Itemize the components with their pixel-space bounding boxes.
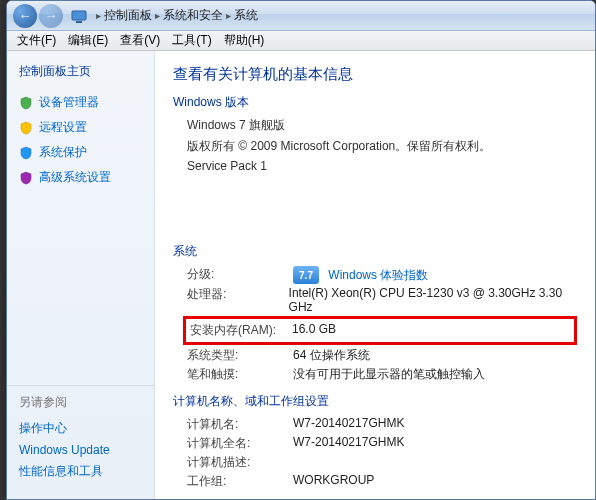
see-also-performance[interactable]: 性能信息和工具 xyxy=(19,460,142,483)
menu-file[interactable]: 文件(F) xyxy=(11,30,62,51)
sidebar-item-label: 系统保护 xyxy=(39,144,87,161)
computer-icon xyxy=(71,8,87,24)
sidebar-item-label: 设备管理器 xyxy=(39,94,99,111)
row-system-type: 系统类型: 64 位操作系统 xyxy=(187,347,577,364)
window-body: 控制面板主页 设备管理器 远程设置 系统保护 高级系统设置 另请参阅 操作中心 … xyxy=(7,51,595,499)
menu-view[interactable]: 查看(V) xyxy=(114,30,166,51)
workgroup-value: WORKGROUP xyxy=(293,473,374,490)
row-computer-desc: 计算机描述: xyxy=(187,454,577,471)
computer-fullname-value: W7-20140217GHMK xyxy=(293,435,404,452)
computer-name-label: 计算机名: xyxy=(187,416,293,433)
row-processor: 处理器: Intel(R) Xeon(R) CPU E3-1230 v3 @ 3… xyxy=(187,286,577,314)
sidebar: 控制面板主页 设备管理器 远程设置 系统保护 高级系统设置 另请参阅 操作中心 … xyxy=(7,51,155,499)
arrow-right-icon: → xyxy=(45,8,58,23)
sidebar-item-device-manager[interactable]: 设备管理器 xyxy=(7,90,154,115)
titlebar: ← → ▸ 控制面板 ▸ 系统和安全 ▸ 系统 xyxy=(7,1,595,31)
sidebar-see-also: 另请参阅 操作中心 Windows Update 性能信息和工具 xyxy=(7,385,154,491)
processor-label: 处理器: xyxy=(187,286,289,314)
shield-icon xyxy=(19,121,33,135)
see-also-label: 另请参阅 xyxy=(19,394,142,411)
breadcrumb-system[interactable]: 系统 xyxy=(234,7,258,24)
page-title: 查看有关计算机的基本信息 xyxy=(173,65,577,84)
row-computer-fullname: 计算机全名: W7-20140217GHMK xyxy=(187,435,577,452)
nav-forward-button[interactable]: → xyxy=(39,4,63,28)
breadcrumb-control-panel[interactable]: 控制面板 xyxy=(104,7,152,24)
sidebar-item-remote-settings[interactable]: 远程设置 xyxy=(7,115,154,140)
system-type-value: 64 位操作系统 xyxy=(293,347,370,364)
menu-help[interactable]: 帮助(H) xyxy=(218,30,271,51)
shield-icon xyxy=(19,146,33,160)
edition-value: Windows 7 旗舰版 xyxy=(187,117,577,134)
row-rating: 分级: 7.7 Windows 体验指数 xyxy=(187,266,577,284)
pen-touch-label: 笔和触摸: xyxy=(187,366,293,383)
shield-icon xyxy=(19,96,33,110)
processor-value: Intel(R) Xeon(R) CPU E3-1230 v3 @ 3.30GH… xyxy=(289,286,577,314)
section-windows-edition: Windows 版本 xyxy=(173,94,577,111)
computer-fullname-label: 计算机全名: xyxy=(187,435,293,452)
section-system: 系统 xyxy=(173,243,577,260)
svg-rect-0 xyxy=(72,11,86,20)
row-workgroup: 工作组: WORKGROUP xyxy=(187,473,577,490)
content-pane: 查看有关计算机的基本信息 Windows 版本 Windows 7 旗舰版 版权… xyxy=(155,51,595,499)
sidebar-home-link[interactable]: 控制面板主页 xyxy=(7,59,154,90)
see-also-action-center[interactable]: 操作中心 xyxy=(19,417,142,440)
computer-desc-label: 计算机描述: xyxy=(187,454,293,471)
section-computer-name: 计算机名称、域和工作组设置 xyxy=(173,393,577,410)
menubar: 文件(F) 编辑(E) 查看(V) 工具(T) 帮助(H) xyxy=(7,31,595,51)
row-pen-touch: 笔和触摸: 没有可用于此显示器的笔或触控输入 xyxy=(187,366,577,383)
sidebar-item-label: 高级系统设置 xyxy=(39,169,111,186)
arrow-left-icon: ← xyxy=(19,8,32,23)
workgroup-label: 工作组: xyxy=(187,473,293,490)
row-computer-name: 计算机名: W7-20140217GHMK xyxy=(187,416,577,433)
menu-tools[interactable]: 工具(T) xyxy=(166,30,217,51)
chevron-right-icon: ▸ xyxy=(155,10,160,21)
copyright-value: 版权所有 © 2009 Microsoft Corporation。保留所有权利… xyxy=(187,138,577,155)
breadcrumb-system-security[interactable]: 系统和安全 xyxy=(163,7,223,24)
menu-edit[interactable]: 编辑(E) xyxy=(62,30,114,51)
service-pack-value: Service Pack 1 xyxy=(187,159,577,173)
wei-link[interactable]: Windows 体验指数 xyxy=(328,268,428,282)
system-type-label: 系统类型: xyxy=(187,347,293,364)
system-window: ← → ▸ 控制面板 ▸ 系统和安全 ▸ 系统 文件(F) 编辑(E) 查看(V… xyxy=(6,0,596,500)
rating-value: 7.7 Windows 体验指数 xyxy=(293,266,428,284)
computer-name-value: W7-20140217GHMK xyxy=(293,416,404,433)
rating-label: 分级: xyxy=(187,266,293,284)
nav-back-button[interactable]: ← xyxy=(13,4,37,28)
shield-icon xyxy=(19,171,33,185)
wei-badge: 7.7 xyxy=(293,266,319,284)
chevron-right-icon: ▸ xyxy=(226,10,231,21)
ram-value: 16.0 GB xyxy=(292,322,336,339)
row-ram: 安装内存(RAM): 16.0 GB xyxy=(190,322,572,339)
chevron-right-icon: ▸ xyxy=(96,10,101,21)
svg-rect-1 xyxy=(76,21,82,23)
see-also-windows-update[interactable]: Windows Update xyxy=(19,440,142,460)
sidebar-item-system-protection[interactable]: 系统保护 xyxy=(7,140,154,165)
highlight-box: 安装内存(RAM): 16.0 GB xyxy=(183,316,577,345)
sidebar-item-advanced-settings[interactable]: 高级系统设置 xyxy=(7,165,154,190)
sidebar-item-label: 远程设置 xyxy=(39,119,87,136)
pen-touch-value: 没有可用于此显示器的笔或触控输入 xyxy=(293,366,485,383)
ram-label: 安装内存(RAM): xyxy=(190,322,292,339)
